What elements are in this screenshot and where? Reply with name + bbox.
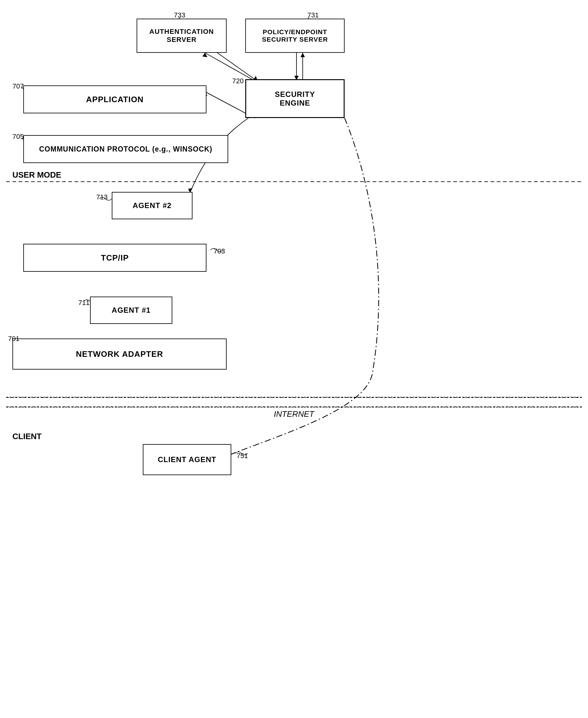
diagram-container: AUTHENTICATION SERVER POLICY/ENDPOINTSEC…: [0, 0, 588, 718]
comm-protocol-box: COMMUNICATION PROTOCOL (e.g., WINSOCK): [23, 135, 228, 163]
network-adapter-box: NETWORK ADAPTER: [13, 339, 227, 370]
ref-731: 731: [307, 11, 319, 19]
policy-server-box: POLICY/ENDPOINTSECURITY SERVER: [245, 19, 344, 53]
application-box: APPLICATION: [23, 85, 207, 114]
ref-707: 707: [13, 82, 24, 90]
ref-720: 720: [232, 77, 244, 85]
internet-line-bottom: [6, 407, 582, 407]
client-agent-box: CLIENT AGENT: [143, 444, 231, 475]
agent1-box: AGENT #1: [90, 296, 172, 324]
internet-line-top: [6, 397, 582, 397]
ref-713: 713: [96, 193, 108, 201]
internet-label: INTERNET: [0, 409, 588, 419]
svg-line-3: [205, 53, 255, 81]
svg-marker-4: [203, 53, 207, 57]
ref-705: 705: [13, 132, 24, 141]
ref-701: 701: [8, 335, 20, 343]
agent2-box: AGENT #2: [112, 192, 192, 219]
auth-server-box: AUTHENTICATION SERVER: [136, 19, 227, 53]
svg-marker-10: [300, 53, 305, 57]
ref-703: 703: [214, 247, 225, 255]
tcpip-box: TCP/IP: [23, 244, 207, 272]
security-engine-box: SECURITYENGINE: [245, 79, 344, 118]
ref-733: 733: [174, 11, 185, 19]
user-mode-label: USER MODE: [13, 170, 61, 180]
client-label: CLIENT: [13, 432, 42, 441]
ref-751: 751: [236, 452, 248, 460]
ref-711: 711: [78, 299, 90, 307]
